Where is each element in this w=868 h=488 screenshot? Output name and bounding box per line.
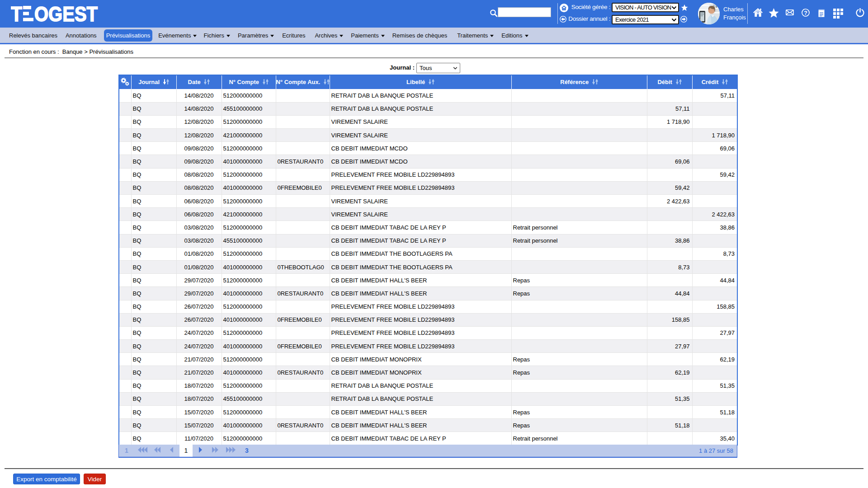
svg-text:OGEST: OGEST: [34, 6, 98, 22]
svg-text:T: T: [11, 6, 22, 22]
svg-text:?: ?: [804, 10, 807, 16]
